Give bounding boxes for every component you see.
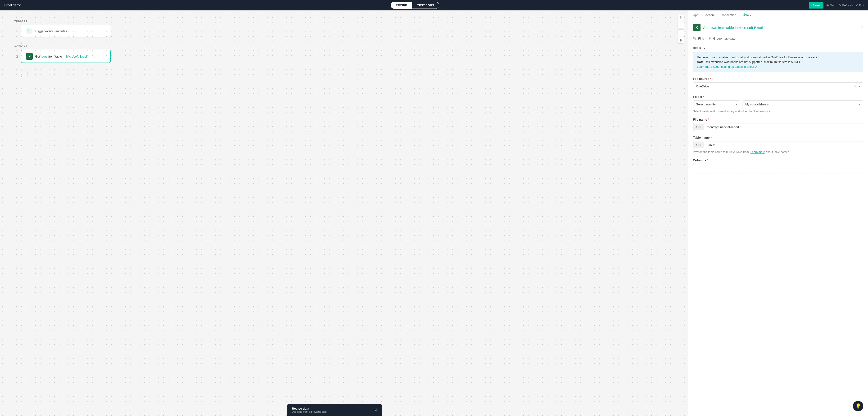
connector-2 [21, 63, 21, 71]
zoom-in-icon: + [680, 23, 682, 27]
breadcrumb: App → Action → Connection → Setup [688, 10, 868, 20]
recipe-data-text: Recipe data Use data from a previous ste… [292, 407, 327, 413]
panel-header-left: X Get rows from table in Microsoft Excel [693, 24, 763, 31]
save-button[interactable]: Save [809, 2, 824, 8]
nav-arrow-3: → [738, 13, 741, 17]
refresh-icon: ↻ [838, 4, 841, 7]
file-source-label: File source * [693, 77, 863, 81]
fit-icon: ⊕ [679, 38, 682, 42]
topbar-actions: Save ⊕ Test ↻ Refresh ✕ Exit [809, 2, 864, 8]
table-name-hint-link[interactable]: Learn more [750, 151, 765, 154]
panel-header: X Get rows from table in Microsoft Excel… [688, 20, 868, 34]
help-text: Retrieve rows in a table from Excel work… [697, 55, 859, 64]
file-source-clear-button[interactable]: ✕ [854, 85, 857, 88]
plus-icon: ⊕ [826, 4, 829, 7]
app-title: Excel demo [4, 3, 21, 7]
canvas-zoom-out-button[interactable]: − [678, 29, 684, 36]
panel-excel-icon: X [693, 24, 701, 31]
recipe-data-panel[interactable]: Recipe data Use data from a previous ste… [287, 404, 382, 416]
connector-1 [21, 37, 21, 43]
canvas-fit-button[interactable]: ⊕ [678, 37, 684, 43]
file-name-input[interactable] [704, 123, 863, 131]
test-button[interactable]: ⊕ Test [826, 4, 836, 7]
lightbulb-icon: 💡 [855, 403, 861, 409]
table-name-badge: ABC [693, 142, 704, 148]
folder-value-select-wrapper: My spreadsheets ▼ [742, 100, 863, 108]
nav-arrow-1: → [700, 13, 703, 17]
folder-field: Folder * Select from list ▼ My spreadshe… [693, 95, 863, 113]
required-marker-4: * [710, 136, 712, 139]
table-name-input-wrapper: ABC [693, 141, 863, 149]
folder-value-select[interactable]: My spreadsheets [742, 100, 863, 108]
panel-header-title: Get rows from table in Microsoft Excel [703, 26, 763, 30]
zoom-out-icon: − [680, 31, 682, 35]
file-name-badge: ABC [693, 124, 704, 130]
canvas-zoom-in-button[interactable]: + [678, 22, 684, 28]
file-source-select-wrapper: OneDrive SharePoint ✕ ▼ [693, 83, 863, 90]
table-name-input[interactable] [704, 141, 863, 149]
recipe-data-title: Recipe data [292, 407, 327, 410]
file-source-select[interactable]: OneDrive SharePoint [693, 83, 863, 90]
nav-connection[interactable]: Connection [721, 13, 736, 17]
exit-button[interactable]: ✕ Exit [856, 4, 864, 7]
file-source-field: File source * OneDrive SharePoint ✕ ▼ [693, 77, 863, 90]
canvas-background [0, 10, 688, 416]
columns-drop-area[interactable] [693, 164, 863, 173]
required-marker-3: * [708, 118, 709, 121]
help-section: HELP ▲ Retrieve rows in a table from Exc… [693, 47, 863, 72]
table-name-field: Table name * ABC Provide the table name … [693, 136, 863, 154]
tab-switcher: RECIPE TEST JOBS [391, 2, 439, 9]
main-layout: TRIGGER 1 ⏱ Trigger every 5 minutes ACTI… [0, 10, 868, 416]
panel-close-button[interactable]: × [861, 25, 863, 30]
canvas: TRIGGER 1 ⏱ Trigger every 5 minutes ACTI… [0, 10, 688, 416]
file-name-input-wrapper: ABC [693, 123, 863, 131]
folder-type-select[interactable]: Select from list [693, 100, 740, 108]
folder-select-small-wrapper: Select from list ▼ [693, 100, 740, 108]
nav-app[interactable]: App [693, 13, 699, 17]
required-marker-2: * [703, 95, 704, 99]
folder-label: Folder * [693, 95, 863, 99]
group-map-button[interactable]: ⚙ Group map data [709, 37, 735, 40]
file-name-field: File name * ABC [693, 118, 863, 131]
required-marker: * [710, 77, 711, 81]
help-toggle[interactable]: HELP ▲ [693, 47, 863, 50]
chevron-up-icon: ▲ [703, 47, 706, 50]
nav-action[interactable]: Action [705, 13, 714, 17]
columns-label: Columns * [693, 159, 863, 162]
file-name-label: File name * [693, 118, 863, 121]
recipe-data-subtitle: Use data from a previous step [292, 410, 327, 413]
canvas-controls: ↻ + − ⊕ [678, 14, 684, 43]
right-panel: App → Action → Connection → Setup X Get … [688, 10, 868, 416]
canvas-refresh-button[interactable]: ↻ [678, 14, 684, 21]
folder-hint: Select the drive/document library and fo… [693, 110, 863, 113]
find-button[interactable]: 🔍 Find [693, 37, 704, 40]
panel-content: HELP ▲ Retrieve rows in a table from Exc… [688, 43, 868, 416]
refresh-button[interactable]: ↻ Refresh [838, 4, 853, 7]
topbar: Excel demo RECIPE TEST JOBS Save ⊕ Test … [0, 0, 868, 10]
help-fab-button[interactable]: 💡 [853, 401, 863, 411]
panel-toolbar: 🔍 Find ⚙ Group map data [688, 34, 868, 43]
help-link[interactable]: Learn more about setting up tables in Ex… [697, 65, 757, 68]
columns-field: Columns * [693, 159, 863, 173]
tab-recipe[interactable]: RECIPE [391, 2, 412, 9]
folder-row: Select from list ▼ My spreadsheets ▼ [693, 100, 863, 108]
close-icon: ✕ [856, 4, 858, 7]
recipe-data-expand-icon[interactable]: ⇅ [374, 408, 377, 412]
table-name-label: Table name * [693, 136, 863, 139]
nav-setup[interactable]: Setup [743, 13, 751, 17]
nav-arrow-2: → [716, 13, 719, 17]
tab-test-jobs[interactable]: TEST JOBS [412, 2, 439, 9]
canvas-refresh-icon: ↻ [679, 15, 682, 20]
help-box: Retrieve rows in a table from Excel work… [693, 52, 863, 72]
table-name-hint: Provide the table name to retrieve rows … [693, 151, 863, 154]
required-marker-5: * [707, 159, 708, 162]
search-icon: 🔍 [693, 37, 697, 40]
group-map-icon: ⚙ [709, 37, 712, 40]
